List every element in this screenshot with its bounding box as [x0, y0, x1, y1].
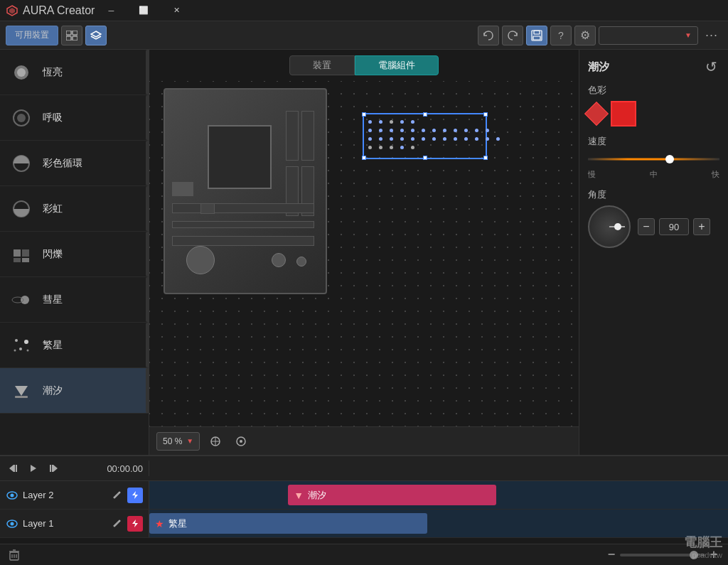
restore-button[interactable]: ⬜: [127, 0, 160, 21]
svg-rect-34: [14, 465, 15, 472]
close-button[interactable]: ✕: [160, 0, 193, 21]
svg-point-10: [17, 68, 26, 77]
sidebar-item-color-cycle[interactable]: 彩色循環: [0, 141, 149, 186]
svg-line-46: [119, 521, 119, 522]
angle-plus-button[interactable]: +: [693, 218, 710, 235]
svg-point-19: [21, 296, 29, 304]
timeline-controls: 00:00.00: [0, 461, 149, 476]
more-button[interactable]: ···: [701, 26, 722, 45]
color-diamond[interactable]: [584, 102, 609, 126]
motherboard-image: [164, 88, 327, 294]
settings-button[interactable]: ⚙: [574, 26, 596, 45]
speed-mid-label: 中: [650, 169, 658, 180]
main-content: 恆亮 呼吸 彩色循環: [0, 50, 728, 455]
comet-icon: [9, 287, 34, 313]
tide-label: 潮汐: [43, 384, 63, 397]
svg-rect-38: [52, 465, 53, 472]
track-layer1-info: Layer 1: [0, 510, 149, 537]
target-button[interactable]: [231, 431, 251, 451]
timeline-footer: − +: [0, 544, 728, 565]
svg-point-32: [240, 440, 242, 443]
help-button[interactable]: ?: [550, 26, 572, 45]
track-layer2: Layer 2 ▼ 潮汐: [0, 481, 728, 510]
svg-rect-18: [22, 258, 29, 262]
track-layer1-visibility[interactable]: [6, 517, 18, 530]
timeline-tracks: Layer 2 ▼ 潮汐 L: [0, 481, 728, 544]
timeline-timecode: 00:00.00: [107, 463, 143, 474]
timeline-delete-button[interactable]: [6, 547, 23, 564]
track-layer1-flash[interactable]: [127, 516, 143, 532]
angle-label: 角度: [588, 188, 719, 201]
speed-slider[interactable]: [588, 152, 719, 166]
track-layer1-clip[interactable]: ★ 繁星: [149, 513, 427, 534]
svg-point-12: [17, 114, 26, 122]
save-button[interactable]: [526, 26, 547, 45]
timeline-header: 00:00.00 00:02 00:04 00:06 00:08: [0, 456, 728, 481]
track-layer2-content[interactable]: ▼ 潮汐: [149, 481, 728, 509]
layout-icon-button[interactable]: [61, 26, 82, 45]
svg-marker-26: [15, 386, 28, 396]
undo-button[interactable]: [478, 26, 499, 45]
app-logo: [6, 4, 18, 17]
track-layer2-name: Layer 2: [23, 490, 106, 500]
toolbar: 可用裝置 ? ⚙ ▼ ···: [0, 21, 728, 50]
track-layer2-edit[interactable]: [110, 489, 123, 502]
angle-value: 90: [659, 218, 689, 235]
window-controls: ─ ⬜ ✕: [95, 0, 193, 21]
track-layer1-name: Layer 1: [23, 518, 106, 529]
angle-minus-button[interactable]: −: [638, 218, 655, 235]
fit-view-button[interactable]: [205, 431, 225, 451]
timeline-zoom-out-button[interactable]: −: [603, 547, 620, 564]
redo-button[interactable]: [502, 26, 523, 45]
svg-rect-39: [50, 465, 51, 472]
devices-button[interactable]: 可用裝置: [6, 26, 58, 45]
speed-fast-label: 快: [712, 169, 719, 180]
sidebar-item-flash[interactable]: 閃爍: [0, 232, 149, 277]
sidebar-item-rainbow[interactable]: 彩虹: [0, 186, 149, 232]
zoom-dropdown[interactable]: 50 % ▼: [156, 432, 200, 451]
track-layer2-clip[interactable]: ▼ 潮汐: [288, 485, 496, 505]
color-picker-button[interactable]: [611, 101, 636, 127]
svg-rect-35: [16, 465, 17, 472]
canvas-grid[interactable]: [149, 81, 579, 426]
svg-rect-5: [73, 36, 77, 41]
angle-dial[interactable]: [588, 205, 631, 248]
sidebar-item-breathe[interactable]: 呼吸: [0, 95, 149, 141]
timeline-next-button[interactable]: [46, 461, 61, 476]
svg-rect-27: [15, 396, 28, 398]
minimize-button[interactable]: ─: [95, 0, 127, 21]
track-layer2-flash[interactable]: [127, 488, 143, 503]
track-layer2-clip-label: 潮汐: [308, 489, 326, 502]
profile-dropdown[interactable]: ▼: [599, 26, 698, 45]
breathe-label: 呼吸: [43, 112, 63, 124]
angle-section: 角度 − 90 +: [588, 188, 719, 248]
sidebar-item-dim[interactable]: 恆亮: [0, 50, 149, 95]
star-icon: [9, 333, 34, 358]
sidebar-item-star[interactable]: 繁星: [0, 323, 149, 368]
timeline-prev-button[interactable]: [6, 461, 21, 476]
track-layer1-edit[interactable]: [110, 517, 123, 530]
star-clip-icon: ★: [155, 518, 164, 529]
track-layer1-content[interactable]: ★ 繁星: [149, 510, 728, 537]
timeline-zoom-slider[interactable]: [620, 554, 705, 556]
layers-icon-button[interactable]: [85, 26, 107, 45]
right-panel: 潮汐 ↺ 色彩 速度 慢 中 快 角度: [579, 50, 728, 455]
tab-components[interactable]: 電腦組件: [355, 55, 439, 75]
tab-device[interactable]: 裝置: [289, 55, 355, 75]
timeline-zoom-in-button[interactable]: +: [705, 547, 722, 564]
speed-section: 速度 慢 中 快: [588, 135, 719, 180]
sidebar-item-comet[interactable]: 彗星: [0, 277, 149, 323]
sidebar-item-tide[interactable]: 潮汐: [0, 368, 149, 414]
svg-point-23: [19, 348, 22, 350]
svg-rect-8: [533, 36, 540, 40]
svg-point-22: [24, 340, 28, 344]
track-layer2-visibility[interactable]: [6, 489, 18, 502]
timeline-play-button[interactable]: [26, 461, 41, 476]
svg-rect-17: [14, 258, 21, 262]
panel-reset-button[interactable]: ↺: [702, 58, 719, 75]
tide-clip-icon: ▼: [294, 490, 304, 501]
svg-marker-33: [9, 465, 14, 472]
svg-rect-16: [22, 249, 29, 257]
titlebar: AURA Creator ─ ⬜ ✕: [0, 0, 728, 21]
svg-marker-43: [132, 491, 138, 499]
